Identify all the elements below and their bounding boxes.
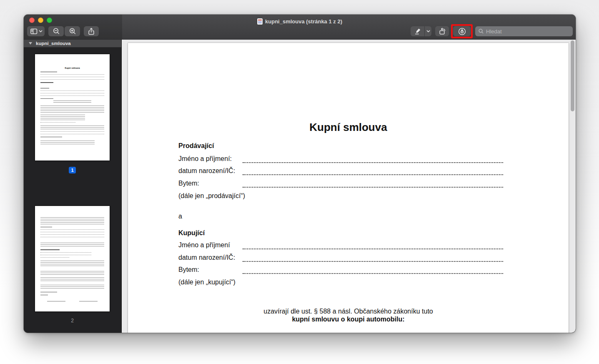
highlight-split-button — [411, 26, 431, 36]
markup-button[interactable] — [453, 26, 471, 36]
search-field — [475, 26, 573, 36]
field-label: Jméno a příjmení — [178, 241, 243, 249]
chevron-down-icon — [39, 30, 43, 33]
close-button[interactable] — [29, 18, 35, 23]
panel-left-icon — [30, 27, 38, 35]
rotate-left-button[interactable] — [435, 26, 449, 36]
field-row: Bytem: — [178, 264, 503, 276]
share-icon — [87, 27, 95, 35]
field-label: datum narození/IČ: — [178, 254, 243, 261]
magnifier-plus-icon — [68, 27, 77, 35]
page-1-thumbnail[interactable]: Kupní smlouva — [35, 54, 110, 161]
selected-page-badge: 1 — [69, 167, 76, 173]
magnifier-minus-icon — [52, 27, 60, 35]
window-title-text: kupni_smlouva (stránka 1 z 2) — [265, 18, 342, 25]
sidebar-document-name: kupni_smlouva — [36, 41, 71, 46]
field-row: Jméno a příjmení: — [178, 153, 503, 165]
section-note-seller: (dále jen „prodávající“) — [178, 190, 503, 202]
field-label: Jméno a příjmení: — [178, 155, 243, 163]
highlight-pen-button[interactable] — [411, 26, 424, 36]
window-header: kupni_smlouva (stránka 1 z 2) — [24, 15, 576, 40]
dotted-line — [243, 155, 503, 163]
document-icon — [257, 18, 263, 25]
dotted-line — [243, 167, 503, 175]
page-2-label-row: 2 — [35, 318, 110, 324]
document-title: Kupní smlouva — [128, 121, 569, 133]
section-note-buyer: (dále jen „kupující“) — [178, 276, 503, 289]
minimize-button[interactable] — [38, 18, 43, 23]
search-input[interactable] — [475, 26, 573, 36]
titlebar: kupni_smlouva (stránka 1 z 2) — [24, 15, 576, 25]
field-label: Bytem: — [178, 180, 243, 187]
section-heading-seller: Prodávající — [178, 141, 503, 151]
field-row: Bytem: — [178, 177, 503, 190]
pdf-page: Kupní smlouva Prodávající Jméno a příjme… — [128, 43, 569, 333]
chevron-down-icon — [426, 30, 430, 33]
zoom-out-button[interactable] — [48, 26, 64, 36]
search-icon — [478, 28, 484, 34]
window-title: kupni_smlouva (stránka 1 z 2) — [257, 16, 342, 25]
toolbar — [24, 25, 576, 40]
sidebar-toggle-button[interactable] — [27, 26, 45, 36]
vertical-scrollbar[interactable] — [571, 40, 574, 111]
dotted-line — [243, 179, 503, 188]
thumbnail-sidebar: kupni_smlouva Kupní smlouva — [24, 40, 122, 333]
field-row: datum narození/IČ: — [178, 251, 503, 264]
page-2-thumbnail[interactable] — [35, 206, 110, 311]
dotted-line — [243, 266, 503, 274]
dotted-line — [243, 241, 503, 249]
zoom-in-button[interactable] — [65, 26, 80, 36]
page-number-label: 2 — [71, 318, 74, 324]
sidebar-header: kupni_smlouva — [24, 40, 121, 48]
field-label: datum narození/IČ: — [178, 167, 243, 175]
closing-line-1: uzavírají dle ust. § 588 a násl. Občansk… — [128, 307, 569, 315]
dotted-line — [243, 254, 503, 262]
main-area: kupni_smlouva Kupní smlouva — [24, 40, 576, 333]
preview-window: kupni_smlouva (stránka 1 z 2) — [24, 15, 576, 333]
highlight-pen-menu-button[interactable] — [424, 26, 431, 36]
document-view: Kupní smlouva Prodávající Jméno a příjme… — [122, 40, 576, 333]
section-heading-buyer: Kupující — [178, 228, 503, 238]
field-label: Bytem: — [178, 266, 243, 274]
highlighter-pen-icon — [414, 27, 422, 35]
document-body: Prodávající Jméno a příjmení: datum naro… — [178, 141, 503, 289]
field-row: Jméno a příjmení — [178, 239, 503, 252]
rotate-left-icon — [438, 27, 446, 35]
conjunction: a — [178, 210, 503, 223]
annotation-highlight-box — [451, 24, 473, 38]
disclosure-triangle-icon[interactable] — [29, 42, 32, 45]
thumbnail-title: Kupní smlouva — [40, 67, 104, 69]
traffic-lights — [29, 15, 52, 25]
closing-clause: uzavírají dle ust. § 588 a násl. Občansk… — [128, 307, 569, 323]
markup-pen-icon — [458, 27, 466, 36]
field-row: datum narození/IČ: — [178, 165, 503, 178]
share-button[interactable] — [84, 26, 99, 36]
page-1-badge-row: 1 — [35, 167, 110, 173]
fullscreen-button[interactable] — [47, 18, 52, 23]
closing-line-2: kupní smlouvu o koupi automobilu: — [128, 315, 569, 323]
